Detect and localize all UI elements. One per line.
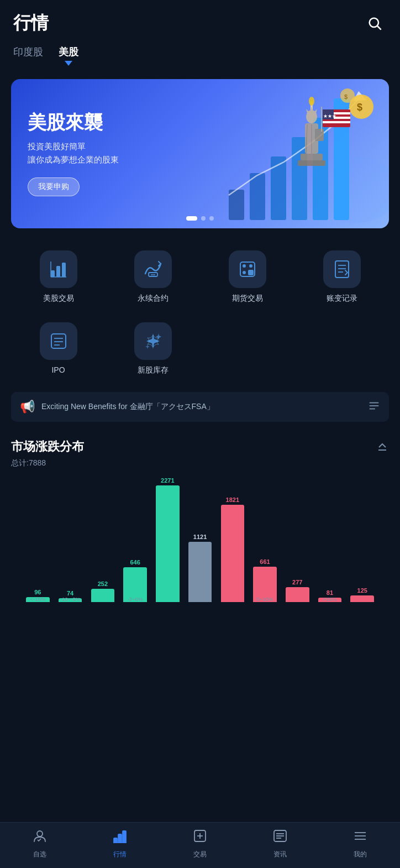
banner-dots: [186, 216, 214, 221]
chart-bar-group[interactable]: 74-10~-5%: [55, 477, 86, 602]
futures-icon: [238, 259, 257, 279]
search-button[interactable]: [362, 11, 387, 35]
chart-bar-group[interactable]: 6615~10%: [249, 477, 281, 602]
banner-apply-button[interactable]: 我要申购: [28, 177, 80, 196]
market-distribution-section: 市场涨跌分布 总计:7888 96<-15%74-10~-5%252646-2~…: [0, 427, 400, 621]
feature-account-label: 账变记录: [327, 294, 357, 304]
page-title: 行情: [13, 11, 49, 35]
chart-bar-value: 661: [260, 558, 270, 565]
sparkle-icon: [143, 331, 163, 351]
feature-account[interactable]: 账变记录: [294, 243, 389, 315]
chart-bar-group[interactable]: 2271: [152, 477, 183, 602]
feature-ipo[interactable]: IPO: [11, 315, 106, 386]
nav-trade[interactable]: 交易: [183, 828, 217, 859]
chart-bar-group[interactable]: 11210~2%: [185, 477, 216, 602]
banner-dot-1: [186, 216, 197, 221]
chart-bar-value: 277: [292, 579, 302, 585]
tab-us[interactable]: 美股: [59, 45, 78, 70]
svg-point-57: [37, 831, 43, 836]
chart-x-label: <-15%: [22, 596, 54, 602]
banner-subtitle: 投資美股好簡單 讓你成為夢想企業的股東: [28, 140, 372, 166]
feature-ipo-label: IPO: [51, 365, 65, 374]
svg-rect-35: [62, 263, 66, 277]
chart-bar: [350, 595, 374, 602]
feature-new-stock-label: 新股库存: [138, 365, 169, 375]
svg-point-0: [370, 18, 378, 27]
svg-line-1: [377, 26, 381, 29]
tab-india-label: 印度股: [13, 45, 43, 59]
banner-subtitle-line1: 投資美股好簡單: [28, 142, 86, 151]
nav-news[interactable]: 资讯: [264, 828, 297, 859]
chart-bar-group[interactable]: 81>15%: [314, 477, 346, 602]
trend-icon: [143, 259, 163, 279]
tab-us-label: 美股: [59, 45, 78, 59]
svg-rect-34: [56, 266, 60, 277]
svg-point-43: [243, 271, 246, 274]
tab-active-indicator: [65, 61, 72, 66]
chart-bar: [286, 587, 309, 602]
nav-market[interactable]: 行情: [103, 828, 136, 859]
feature-perpetual-icon-bg: [134, 250, 172, 288]
mine-icon: [352, 828, 368, 848]
market-distribution-header: 市场涨跌分布: [11, 438, 389, 455]
nav-mine-label: 我的: [354, 850, 367, 859]
chart-bar: [91, 589, 115, 602]
megaphone-icon: 📢: [20, 400, 35, 414]
announcement-list-button[interactable]: [368, 400, 380, 414]
chart-bar-group[interactable]: 96<-15%: [22, 477, 54, 602]
chart-bar-group[interactable]: 1821: [217, 477, 248, 602]
chart-x-label: >15%: [314, 596, 346, 602]
chart-bar-value: 125: [357, 587, 367, 594]
feature-us-stock-label: 美股交易: [43, 294, 74, 304]
feature-futures-label: 期货交易: [232, 294, 263, 304]
feature-grid: 美股交易 永续合约: [0, 237, 400, 386]
chart-bar: [188, 542, 212, 602]
chart-bar: [156, 485, 180, 602]
list-icon: [368, 400, 380, 412]
chart-x-label: -2~0%: [119, 596, 151, 602]
chart-x-label: 5~10%: [249, 596, 281, 602]
feature-new-stock[interactable]: 新股库存: [106, 315, 200, 386]
feature-us-stock-icon-bg: [40, 250, 77, 288]
feature-perpetual[interactable]: 永续合约: [106, 243, 200, 315]
chart-bar: [221, 505, 245, 602]
chart-bar-value: 1121: [193, 534, 207, 540]
banner-title: 美股來襲: [28, 111, 372, 134]
market-distribution-title: 市场涨跌分布: [11, 438, 84, 455]
chart-bar-value: 646: [130, 559, 140, 566]
receipt-icon: [332, 259, 352, 279]
ipo-icon: [49, 331, 69, 351]
market-collapse-button[interactable]: [376, 439, 389, 455]
svg-rect-61: [123, 831, 126, 843]
chart-bar-icon: [49, 259, 69, 279]
svg-rect-49: [51, 334, 66, 348]
banner-content: 美股來襲 投資美股好簡單 讓你成為夢想企業的股東 我要申购: [11, 95, 389, 213]
chart-bar-value: 252: [98, 581, 108, 587]
svg-rect-59: [114, 838, 117, 843]
news-icon: [272, 828, 288, 848]
feature-row-2: IPO 新股库存: [6, 315, 394, 386]
banner-dot-2: [201, 216, 206, 221]
search-icon: [367, 15, 382, 31]
svg-point-42: [249, 264, 252, 268]
chart-bar-group[interactable]: 252: [87, 477, 118, 602]
tab-india[interactable]: 印度股: [13, 45, 43, 70]
banner-section: 美股來襲 投資美股好簡單 讓你成為夢想企業的股東 我要申购: [0, 70, 400, 237]
announcement-text: Exciting New Benefits for 金融庁「アクセスFSA」: [41, 402, 361, 412]
chart-x-label: -10~-5%: [55, 596, 86, 602]
nav-mine[interactable]: 我的: [344, 828, 377, 859]
feature-us-stock[interactable]: 美股交易: [11, 243, 106, 315]
nav-watchlist[interactable]: 自选: [23, 828, 56, 859]
svg-rect-33: [51, 270, 55, 277]
chart-bar-group[interactable]: 125: [346, 477, 378, 602]
chart-bar-group[interactable]: 277: [282, 477, 313, 602]
chart-bar-group[interactable]: 646-2~0%: [119, 477, 151, 602]
feature-account-icon-bg: [323, 250, 361, 288]
feature-futures[interactable]: 期货交易: [200, 243, 294, 315]
svg-rect-45: [335, 261, 349, 278]
nav-trade-label: 交易: [193, 850, 207, 859]
nav-watchlist-label: 自选: [33, 850, 46, 859]
watchlist-icon: [32, 828, 48, 848]
market-icon: [112, 828, 128, 848]
market-distribution-chart: 96<-15%74-10~-5%252646-2~0%227111210~2%1…: [11, 477, 389, 621]
